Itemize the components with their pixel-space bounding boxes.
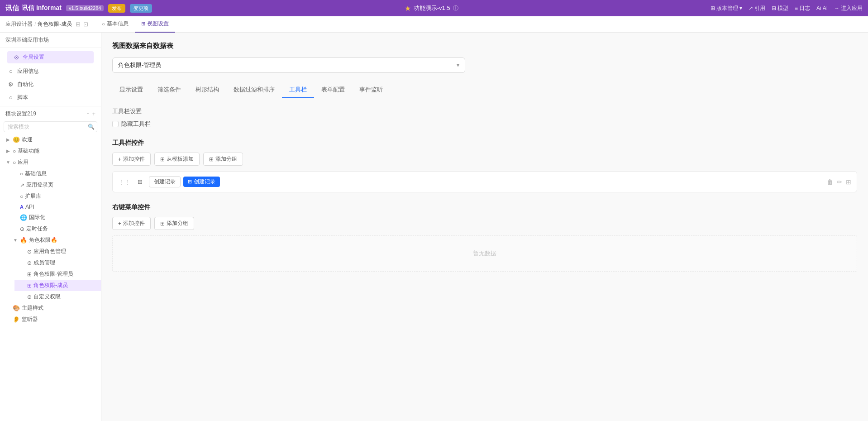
control-edit-icon[interactable]: ✏ xyxy=(837,178,842,186)
rightclick-add-control-icon: + xyxy=(118,220,121,227)
control-card-actions: 🗑 ✏ ⊞ xyxy=(827,178,851,186)
tree-item-i18n[interactable]: 🌐 国际化 + xyxy=(7,212,101,223)
rightclick-add-control-button[interactable]: + 添加控件 xyxy=(112,217,151,230)
automation-label: 自动化 xyxy=(17,81,33,88)
global-settings-icon: ⊙ xyxy=(13,54,20,61)
add-group-label: 添加分组 xyxy=(215,155,237,163)
breadcrumb-current: 角色权限-成员 xyxy=(38,20,72,28)
publish-button[interactable]: 发布 xyxy=(108,4,125,13)
sidebar-item-automation[interactable]: ⚙ 自动化 xyxy=(2,78,99,91)
tree-item-role-perm-member[interactable]: ⊞ 角色权限-成员 xyxy=(14,280,101,291)
log-label: 日志 xyxy=(799,5,810,12)
sidebar-item-global-settings[interactable]: ⊙ 全局设置 xyxy=(7,51,94,63)
breadcrumb-action-icons: ⊞ ⊡ xyxy=(76,21,88,28)
app-role-mgmt-icon: ⊙ xyxy=(27,249,32,255)
role-perm-member-icon: ⊞ xyxy=(27,282,32,289)
module-search-input[interactable] xyxy=(4,121,97,132)
role-perm-children: ⊙ 应用角色管理 ⊙ 成员管理 ⊞ 角色权限-管理员 xyxy=(7,246,101,302)
change-button[interactable]: 变更项 xyxy=(130,4,152,13)
empty-text: 暂无数据 xyxy=(473,250,496,257)
view-settings-icon: ⊞ xyxy=(141,21,145,27)
tree-item-app[interactable]: ▼ ○ 应用 + xyxy=(0,157,101,168)
tree-item-role-perm-admin[interactable]: ⊞ 角色权限-管理员 xyxy=(14,268,101,280)
role-perm-arrow: ▼ xyxy=(13,238,18,243)
info-icon: ⓘ xyxy=(453,5,458,12)
tree-item-api[interactable]: A API + xyxy=(7,202,101,212)
sidebar-tree: ▶ 😊 欢迎 + ▶ ○ 基础功能 + ▼ ○ 应用 + xyxy=(0,134,101,421)
add-group-button[interactable]: ⊞ 添加分组 xyxy=(203,153,243,166)
brand-name: 讯信 Informat xyxy=(22,4,62,12)
brand-logo: 讯信 讯信 Informat xyxy=(5,4,62,13)
enter-app-icon: → xyxy=(834,5,839,11)
sidebar-store: 深圳基础应用市场 xyxy=(0,33,101,48)
tab-form-config[interactable]: 表单配置 xyxy=(314,82,352,98)
tree-item-welcome[interactable]: ▶ 😊 欢迎 + xyxy=(0,134,101,145)
hide-toolbar-label: 隐藏工具栏 xyxy=(121,120,151,128)
module-add-icon[interactable]: + xyxy=(92,110,95,117)
breadcrumb-settings-icon[interactable]: ⊡ xyxy=(83,21,88,28)
control-card: ⋮⋮ ⊞ 创建记录 ⊞ 创建记录 🗑 ✏ ⊞ xyxy=(112,171,857,192)
tab-display-settings[interactable]: 显示设置 xyxy=(112,82,150,98)
version-badge: v1.5 build2284 xyxy=(66,5,104,11)
basic-info-tree-label: 基础信息 xyxy=(25,170,95,177)
tree-item-basic-features[interactable]: ▶ ○ 基础功能 + xyxy=(0,145,101,157)
monitor-label: 监听器 xyxy=(22,316,91,323)
sidebar-item-app-info[interactable]: ○ 应用信息 xyxy=(2,65,99,77)
hide-toolbar-checkbox[interactable] xyxy=(112,121,119,127)
theme-label: 主题样式 xyxy=(22,304,91,312)
sidebar-item-script[interactable]: ○ 脚本 xyxy=(2,91,99,104)
tree-item-monitor[interactable]: 👂 监听器 + xyxy=(0,314,101,325)
view-settings-label: 视图设置 xyxy=(147,20,169,28)
star-icon: ★ xyxy=(405,4,411,13)
control-delete-icon[interactable]: 🗑 xyxy=(827,178,833,186)
create-record-primary-button[interactable]: ⊞ 创建记录 xyxy=(183,177,220,187)
drag-handle-icon[interactable]: ⋮⋮ xyxy=(118,178,131,186)
module-up-icon[interactable]: ↑ xyxy=(86,110,90,117)
tree-item-app-role-mgmt[interactable]: ⊙ 应用角色管理 xyxy=(14,246,101,257)
custom-perm-icon: ⊙ xyxy=(27,294,32,300)
tree-item-custom-perm[interactable]: ⊙ 自定义权限 xyxy=(14,291,101,302)
breadcrumb-separator: / xyxy=(34,21,36,28)
tree-item-scheduler[interactable]: ⊙ 定时任务 + xyxy=(7,223,101,234)
create-record-ghost-button[interactable]: 创建记录 xyxy=(149,176,181,187)
role-perm-member-label: 角色权限-成员 xyxy=(33,282,95,289)
tree-item-role-perm[interactable]: ▼ 🔥 角色权限🔥 + xyxy=(7,234,101,246)
tree-item-login-page[interactable]: ↗ 应用登录页 xyxy=(7,179,101,191)
tab-event-listener[interactable]: 事件监听 xyxy=(352,82,390,98)
enter-app-nav[interactable]: → 进入应用 xyxy=(834,5,863,12)
tab-view-settings[interactable]: ⊞ 视图设置 xyxy=(135,16,175,33)
main-layout: 深圳基础应用市场 ⊙ 全局设置 ○ 应用信息 ⚙ 自动化 ○ 脚本 模块设置21… xyxy=(0,33,868,421)
member-mgmt-label: 成员管理 xyxy=(33,259,95,267)
theme-icon: 🎨 xyxy=(13,305,20,311)
tab-data-filter-sort[interactable]: 数据过滤和排序 xyxy=(226,82,282,98)
control-copy-icon[interactable]: ⊞ xyxy=(846,178,851,186)
data-source-value: 角色权限-管理员 xyxy=(118,61,161,69)
version-manage-nav[interactable]: ⊞ 版本管理 ▾ xyxy=(711,5,742,12)
hide-toolbar-row: 隐藏工具栏 xyxy=(112,120,857,128)
toolbar-controls-section: 工具栏控件 + 添加控件 ⊞ 从模板添加 ⊞ 添加分组 ⋮⋮ ⊞ xyxy=(112,139,857,192)
tab-tree-structure[interactable]: 树形结构 xyxy=(188,82,226,98)
breadcrumb-app-designer[interactable]: 应用设计器 xyxy=(5,20,33,28)
model-nav[interactable]: ⊟ 模型 xyxy=(772,5,788,12)
welcome-label: 欢迎 xyxy=(22,136,91,144)
tree-item-extension[interactable]: ○ 扩展库 + xyxy=(7,191,101,202)
tree-item-basic-info[interactable]: ○ 基础信息 xyxy=(7,168,101,179)
tab-basic-info[interactable]: ○ 基本信息 xyxy=(95,16,135,33)
tab-filter-conditions-label: 筛选条件 xyxy=(157,86,181,93)
script-icon: ○ xyxy=(7,94,14,101)
tree-item-theme[interactable]: 🎨 主题样式 + xyxy=(0,302,101,314)
rightclick-add-group-button[interactable]: ⊞ 添加分组 xyxy=(154,217,194,230)
search-icon: 🔍 xyxy=(88,124,95,130)
log-nav[interactable]: ≡ 日志 xyxy=(795,5,810,12)
enter-app-label: 进入应用 xyxy=(841,5,863,12)
tab-toolbar[interactable]: 工具栏 xyxy=(282,82,314,98)
reference-nav[interactable]: ↗ 引用 xyxy=(749,5,765,12)
data-source-select[interactable]: 角色权限-管理员 ▾ xyxy=(112,57,465,73)
ai-nav[interactable]: Ai AI xyxy=(816,5,828,11)
breadcrumb-copy-icon[interactable]: ⊞ xyxy=(76,21,81,28)
tab-filter-conditions[interactable]: 筛选条件 xyxy=(150,82,188,98)
api-label: API xyxy=(25,204,91,210)
tree-item-member-mgmt[interactable]: ⊙ 成员管理 xyxy=(14,257,101,268)
add-control-button[interactable]: + 添加控件 xyxy=(112,153,151,166)
add-from-template-button[interactable]: ⊞ 从模板添加 xyxy=(154,153,200,166)
